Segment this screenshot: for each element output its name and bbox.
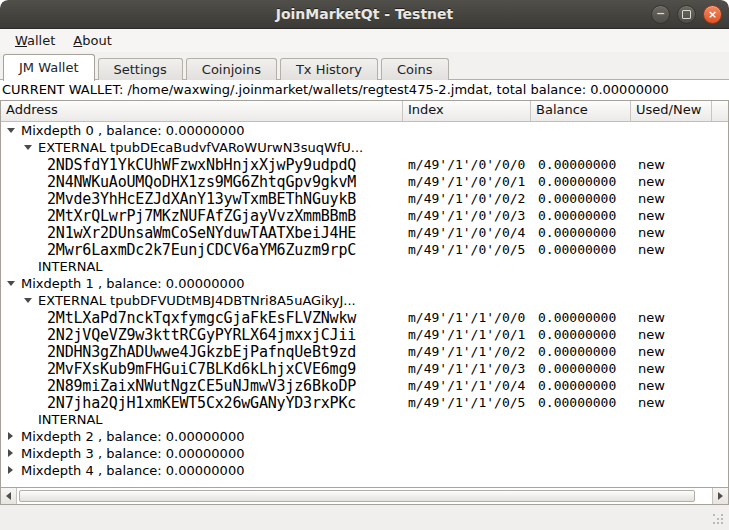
triangle-down-icon[interactable] (23, 143, 32, 152)
wallet-tree: AddressIndexBalanceUsed/New Mixdepth 0 ,… (0, 100, 729, 505)
tree-row[interactable]: Mixdepth 2 , balance: 0.00000000 (1, 428, 728, 445)
cell-used-new: new (631, 327, 665, 342)
titlebar[interactable]: JoinMarketQt - Testnet − × (0, 0, 729, 29)
scroll-left-button[interactable] (1, 488, 17, 504)
triangle-down-icon[interactable] (6, 126, 15, 135)
address-row[interactable]: 2NDHN3gZhADUwwe4JGkzbEjPafnqUeBt9zdm/49'… (1, 343, 728, 360)
scroll-right-button[interactable] (712, 488, 728, 504)
tree-row[interactable]: Mixdepth 1 , balance: 0.00000000 (1, 275, 728, 292)
address-row[interactable]: 2N1wXr2DUnsaWmCoSeNYduwTAATXbeiJ4HEm/49'… (1, 224, 728, 241)
app-window: JoinMarketQt - Testnet − × WalletAbout J… (0, 0, 729, 530)
tree-row[interactable]: INTERNAL (1, 411, 728, 428)
address-row[interactable]: 2N7jha2QjH1xmKEWT5Cx26wGANyYD3rxPKcm/49'… (1, 394, 728, 411)
cell-address: 2Mvde3YhHcEZJdXAnY13ywTxmBEThNGuykB (1, 190, 403, 208)
triangle-right-icon[interactable] (6, 432, 15, 441)
address-row[interactable]: 2N89miZaixNWutNgzCE5uNJmwV3jz6BkoDPm/49'… (1, 377, 728, 394)
address-text: 2Mwr6LaxmDc2k7EunjCDCV6aYM6Zuzm9rpC (1, 241, 356, 259)
triangle-down-icon[interactable] (6, 279, 15, 288)
cell-used-new: new (631, 174, 665, 189)
cell-balance: 0.00000000 (531, 225, 631, 240)
address-row[interactable]: 2NDSfdY1YkCUhWFzwxNbHnjxXjwPy9udpdQm/49'… (1, 156, 728, 173)
statusbar (0, 505, 729, 530)
cell-index: m/49'/1'/1'/0/3 (403, 361, 531, 376)
address-text: 2MtLXaPd7nckTqxfymgcGjaFkEsFLVZNwkw (1, 309, 356, 327)
cell-used-new: new (631, 378, 665, 393)
tree-row[interactable]: EXTERNAL tpubDEcaBudvfVARoWUrwN3suqWfU..… (1, 139, 728, 156)
tree-row[interactable]: Mixdepth 4 , balance: 0.00000000 (1, 462, 728, 479)
window-title: JoinMarketQt - Testnet (276, 6, 454, 22)
branch-label: INTERNAL (1, 412, 103, 427)
cell-balance: 0.00000000 (531, 310, 631, 325)
address-row[interactable]: 2MtLXaPd7nckTqxfymgcGjaFkEsFLVZNwkwm/49'… (1, 309, 728, 326)
cell-used-new: new (631, 395, 665, 410)
menubar: WalletAbout (0, 29, 729, 52)
mixdepth-label: Mixdepth 1 , balance: 0.00000000 (21, 276, 244, 291)
cell-index: m/49'/1'/1'/0/0 (403, 310, 531, 325)
cell-balance: 0.00000000 (531, 242, 631, 257)
tab-coins[interactable]: Coins (381, 58, 449, 80)
address-row[interactable]: 2MvFXsKub9mFHGuiC7BLKd6kLhjxCVE6mg9m/49'… (1, 360, 728, 377)
column-header-balance[interactable]: Balance (531, 101, 631, 121)
cell-address: INTERNAL (1, 412, 403, 427)
scroll-left-icon (6, 492, 11, 500)
cell-address: 2N4NWKuAoUMQoDHX1zs9MG6ZhtqGpv9gkvM (1, 173, 403, 191)
cell-used-new: new (631, 225, 665, 240)
cell-address: 2N2jVQeVZ9w3kttRCGyPYRLX64jmxxjCJii (1, 326, 403, 344)
cell-address: 2Mwr6LaxmDc2k7EunjCDCV6aYM6Zuzm9rpC (1, 241, 403, 259)
cell-index: m/49'/1'/0'/0/0 (403, 157, 531, 172)
address-row[interactable]: 2Mvde3YhHcEZJdXAnY13ywTxmBEThNGuykBm/49'… (1, 190, 728, 207)
maximize-icon (682, 10, 691, 19)
cell-used-new: new (631, 242, 665, 257)
menu-wallet[interactable]: Wallet (6, 31, 64, 50)
horizontal-scrollbar[interactable] (1, 487, 728, 504)
cell-used-new: new (631, 157, 665, 172)
address-row[interactable]: 2Mwr6LaxmDc2k7EunjCDCV6aYM6Zuzm9rpCm/49'… (1, 241, 728, 258)
column-header-used-new[interactable]: Used/New (631, 101, 712, 121)
tree-row[interactable]: Mixdepth 0 , balance: 0.00000000 (1, 122, 728, 139)
tab-jm-wallet[interactable]: JM Wallet (3, 54, 95, 81)
address-text: 2N89miZaixNWutNgzCE5uNJmwV3jz6BkoDP (1, 377, 356, 395)
address-row[interactable]: 2N2jVQeVZ9w3kttRCGyPYRLX64jmxxjCJiim/49'… (1, 326, 728, 343)
address-row[interactable]: 2MtXrQLwrPj7MKzNUFAfZGjayVvzXmmBBmBm/49'… (1, 207, 728, 224)
scrollbar-thumb[interactable] (19, 490, 695, 502)
tabbar: JM WalletSettingsCoinjoinsTx HistoryCoin… (0, 52, 729, 80)
cell-index: m/49'/1'/1'/0/1 (403, 327, 531, 342)
cell-address: 2NDHN3gZhADUwwe4JGkzbEjPafnqUeBt9zd (1, 343, 403, 361)
cell-index: m/49'/1'/0'/0/1 (403, 174, 531, 189)
tree-row[interactable]: EXTERNAL tpubDFVUDtMBJ4DBTNri8A5uAGikyJ.… (1, 292, 728, 309)
column-header-index[interactable]: Index (403, 101, 531, 121)
triangle-right-icon[interactable] (6, 466, 15, 475)
menu-about[interactable]: About (64, 31, 120, 50)
cell-index: m/49'/1'/1'/0/4 (403, 378, 531, 393)
address-row[interactable]: 2N4NWKuAoUMQoDHX1zs9MG6ZhtqGpv9gkvMm/49'… (1, 173, 728, 190)
cell-address: EXTERNAL tpubDFVUDtMBJ4DBTNri8A5uAGikyJ.… (1, 293, 403, 308)
tree-header: AddressIndexBalanceUsed/New (1, 101, 728, 122)
cell-index: m/49'/1'/1'/0/5 (403, 395, 531, 410)
mixdepth-label: Mixdepth 3 , balance: 0.00000000 (21, 446, 244, 461)
maximize-button[interactable] (677, 5, 696, 24)
cell-address: Mixdepth 3 , balance: 0.00000000 (1, 446, 403, 461)
tree-row[interactable]: INTERNAL (1, 258, 728, 275)
menu-accel: W (15, 33, 27, 48)
window-controls: − × (651, 5, 722, 24)
cell-balance: 0.00000000 (531, 395, 631, 410)
resize-grip-icon[interactable] (713, 514, 725, 526)
cell-address: 2MtXrQLwrPj7MKzNUFAfZGjayVvzXmmBBmB (1, 207, 403, 225)
cell-balance: 0.00000000 (531, 191, 631, 206)
address-text: 2MvFXsKub9mFHGuiC7BLKd6kLhjxCVE6mg9 (1, 360, 356, 378)
close-button[interactable]: × (703, 5, 722, 24)
mixdepth-label: Mixdepth 0 , balance: 0.00000000 (21, 123, 244, 138)
cell-balance: 0.00000000 (531, 378, 631, 393)
tree-row[interactable]: Mixdepth 3 , balance: 0.00000000 (1, 445, 728, 462)
triangle-down-icon[interactable] (23, 296, 32, 305)
tab-tx-history[interactable]: Tx History (280, 58, 378, 80)
address-text: 2N4NWKuAoUMQoDHX1zs9MG6ZhtqGpv9gkvM (1, 173, 356, 191)
cell-address: Mixdepth 4 , balance: 0.00000000 (1, 463, 403, 478)
tab-settings[interactable]: Settings (98, 58, 183, 80)
cell-index: m/49'/1'/0'/0/4 (403, 225, 531, 240)
triangle-right-icon[interactable] (6, 449, 15, 458)
minimize-button[interactable]: − (651, 5, 670, 24)
address-text: 2NDSfdY1YkCUhWFzwxNbHnjxXjwPy9udpdQ (1, 156, 356, 174)
column-header-address[interactable]: Address (1, 101, 403, 121)
tab-coinjoins[interactable]: Coinjoins (186, 58, 277, 80)
